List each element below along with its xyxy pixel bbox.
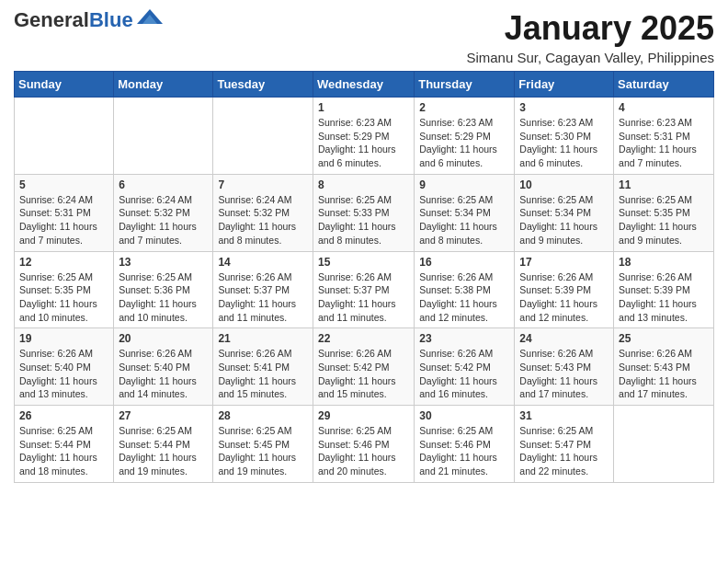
day-info-line: Sunrise: 6:24 AM: [119, 193, 208, 207]
calendar-cell: 27Sunrise: 6:25 AMSunset: 5:44 PMDayligh…: [114, 406, 213, 483]
day-number: 16: [419, 256, 509, 269]
weekday-header-thursday: Thursday: [415, 72, 515, 98]
day-number: 15: [318, 256, 409, 269]
day-info-line: Sunset: 5:44 PM: [119, 438, 208, 452]
calendar-cell: 30Sunrise: 6:25 AMSunset: 5:46 PMDayligh…: [415, 406, 515, 483]
logo-general: General: [14, 8, 89, 31]
weekday-header-sunday: Sunday: [15, 72, 114, 98]
day-number: 26: [19, 409, 108, 422]
day-info-line: Daylight: 11 hours and 22 minutes.: [519, 451, 609, 477]
day-info: Sunrise: 6:25 AMSunset: 5:44 PMDaylight:…: [19, 424, 108, 478]
day-info-line: Sunset: 5:35 PM: [619, 206, 709, 220]
day-info: Sunrise: 6:26 AMSunset: 5:42 PMDaylight:…: [419, 347, 509, 401]
day-number: 2: [419, 101, 509, 114]
calendar-cell: 17Sunrise: 6:26 AMSunset: 5:39 PMDayligh…: [515, 251, 614, 328]
day-info-line: Sunset: 5:33 PM: [318, 206, 409, 220]
day-number: 22: [318, 332, 409, 345]
day-info-line: Sunset: 5:42 PM: [419, 361, 509, 374]
day-info-line: Daylight: 11 hours and 7 minutes.: [19, 220, 108, 247]
day-info-line: Daylight: 11 hours and 8 minutes.: [218, 220, 308, 247]
day-info: Sunrise: 6:26 AMSunset: 5:39 PMDaylight:…: [519, 270, 609, 325]
day-info: Sunrise: 6:25 AMSunset: 5:34 PMDaylight:…: [519, 193, 609, 247]
day-number: 19: [19, 332, 108, 345]
weekday-header-row: SundayMondayTuesdayWednesdayThursdayFrid…: [15, 72, 714, 98]
day-info-line: Daylight: 11 hours and 16 minutes.: [419, 374, 509, 401]
title-block: January 2025 Simanu Sur, Cagayan Valley,…: [466, 9, 714, 65]
day-info-line: Sunset: 5:37 PM: [318, 283, 409, 297]
day-info-line: Daylight: 11 hours and 7 minutes.: [619, 143, 709, 169]
day-info-line: Sunset: 5:42 PM: [318, 361, 409, 374]
day-info-line: Sunset: 5:30 PM: [519, 130, 609, 144]
day-info-line: Sunrise: 6:26 AM: [318, 270, 409, 284]
day-info-line: Sunrise: 6:25 AM: [119, 424, 208, 438]
day-info-line: Daylight: 11 hours and 7 minutes.: [119, 220, 208, 247]
calendar-table: SundayMondayTuesdayWednesdayThursdayFrid…: [14, 71, 714, 483]
day-info-line: Sunrise: 6:25 AM: [318, 424, 409, 438]
day-info-line: Sunrise: 6:25 AM: [419, 424, 509, 438]
day-info-line: Sunrise: 6:25 AM: [19, 424, 108, 438]
day-info-line: Sunrise: 6:26 AM: [519, 270, 609, 284]
day-info-line: Sunrise: 6:23 AM: [419, 116, 509, 130]
day-info-line: Sunrise: 6:24 AM: [19, 193, 108, 207]
day-info-line: Sunrise: 6:24 AM: [218, 193, 308, 207]
calendar-cell: 2Sunrise: 6:23 AMSunset: 5:29 PMDaylight…: [415, 98, 515, 175]
day-info-line: Sunrise: 6:26 AM: [19, 347, 108, 361]
calendar-cell: 28Sunrise: 6:25 AMSunset: 5:45 PMDayligh…: [213, 406, 313, 483]
calendar-cell: 11Sunrise: 6:25 AMSunset: 5:35 PMDayligh…: [614, 174, 714, 251]
calendar-cell: 31Sunrise: 6:25 AMSunset: 5:47 PMDayligh…: [515, 406, 614, 483]
day-info-line: Sunrise: 6:26 AM: [218, 270, 308, 284]
day-info-line: Sunrise: 6:23 AM: [619, 116, 709, 130]
day-info: Sunrise: 6:26 AMSunset: 5:43 PMDaylight:…: [519, 347, 609, 401]
day-info: Sunrise: 6:23 AMSunset: 5:30 PMDaylight:…: [519, 116, 609, 170]
day-number: 3: [519, 101, 609, 114]
day-info: Sunrise: 6:26 AMSunset: 5:38 PMDaylight:…: [419, 270, 509, 325]
day-info-line: Sunset: 5:46 PM: [419, 438, 509, 452]
day-number: 21: [218, 332, 308, 345]
day-info-line: Sunrise: 6:26 AM: [419, 270, 509, 284]
day-info-line: Sunrise: 6:26 AM: [519, 347, 609, 361]
day-info-line: Daylight: 11 hours and 11 minutes.: [318, 297, 409, 324]
calendar-cell: 7Sunrise: 6:24 AMSunset: 5:32 PMDaylight…: [213, 174, 313, 251]
day-info: Sunrise: 6:25 AMSunset: 5:46 PMDaylight:…: [419, 424, 509, 478]
day-info-line: Sunset: 5:45 PM: [218, 438, 308, 452]
day-number: 17: [519, 256, 609, 269]
day-info: Sunrise: 6:26 AMSunset: 5:41 PMDaylight:…: [218, 347, 308, 401]
weekday-header-wednesday: Wednesday: [313, 72, 414, 98]
calendar-cell: 6Sunrise: 6:24 AMSunset: 5:32 PMDaylight…: [114, 174, 213, 251]
day-info: Sunrise: 6:25 AMSunset: 5:35 PMDaylight:…: [619, 193, 709, 247]
day-info-line: Daylight: 11 hours and 12 minutes.: [519, 297, 609, 324]
day-info: Sunrise: 6:26 AMSunset: 5:37 PMDaylight:…: [218, 270, 308, 325]
day-number: 14: [218, 256, 308, 269]
weekday-header-saturday: Saturday: [614, 72, 714, 98]
day-info-line: Sunrise: 6:25 AM: [218, 424, 308, 438]
day-info-line: Daylight: 11 hours and 9 minutes.: [519, 220, 609, 247]
calendar-week-2: 5Sunrise: 6:24 AMSunset: 5:31 PMDaylight…: [15, 174, 714, 251]
day-info-line: Daylight: 11 hours and 13 minutes.: [619, 297, 709, 324]
calendar-cell: [15, 98, 114, 175]
day-info-line: Daylight: 11 hours and 17 minutes.: [619, 374, 709, 401]
calendar-week-5: 26Sunrise: 6:25 AMSunset: 5:44 PMDayligh…: [15, 406, 714, 483]
day-info-line: Daylight: 11 hours and 8 minutes.: [318, 220, 409, 247]
day-info: Sunrise: 6:23 AMSunset: 5:29 PMDaylight:…: [419, 116, 509, 170]
weekday-header-tuesday: Tuesday: [213, 72, 313, 98]
calendar-cell: [213, 98, 313, 175]
day-info-line: Sunset: 5:35 PM: [19, 283, 108, 297]
day-number: 20: [119, 332, 208, 345]
day-info: Sunrise: 6:25 AMSunset: 5:46 PMDaylight:…: [318, 424, 409, 478]
day-info-line: Sunset: 5:40 PM: [119, 361, 208, 374]
calendar-cell: 20Sunrise: 6:26 AMSunset: 5:40 PMDayligh…: [114, 328, 213, 406]
day-info-line: Sunset: 5:41 PM: [218, 361, 308, 374]
calendar-cell: 16Sunrise: 6:26 AMSunset: 5:38 PMDayligh…: [415, 251, 515, 328]
day-number: 4: [619, 101, 709, 114]
day-info-line: Sunrise: 6:26 AM: [119, 347, 208, 361]
day-info-line: Sunset: 5:43 PM: [519, 361, 609, 374]
day-info-line: Sunrise: 6:26 AM: [318, 347, 409, 361]
day-info-line: Daylight: 11 hours and 17 minutes.: [519, 374, 609, 401]
day-info: Sunrise: 6:26 AMSunset: 5:40 PMDaylight:…: [19, 347, 108, 401]
day-info-line: Sunset: 5:32 PM: [218, 206, 308, 220]
day-number: 1: [318, 101, 409, 114]
day-number: 18: [619, 256, 709, 269]
calendar-cell: 8Sunrise: 6:25 AMSunset: 5:33 PMDaylight…: [313, 174, 414, 251]
day-number: 10: [519, 178, 609, 191]
day-info-line: Sunset: 5:47 PM: [519, 438, 609, 452]
